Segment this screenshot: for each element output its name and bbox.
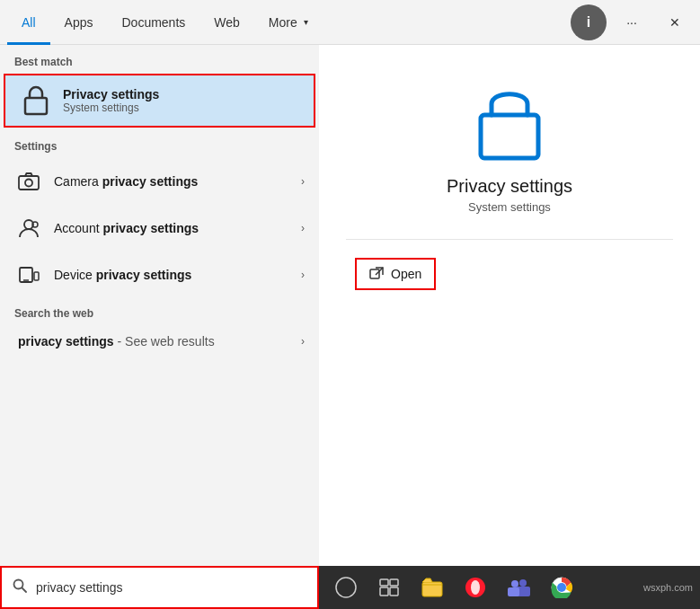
svg-rect-8 <box>481 115 538 158</box>
tab-web-label: Web <box>214 15 240 30</box>
tab-documents-label: Documents <box>121 15 185 30</box>
svg-point-19 <box>471 580 480 595</box>
settings-item-camera[interactable]: Camera privacy settings › <box>0 158 319 205</box>
right-panel: Privacy settings System settings Open <box>319 45 700 566</box>
search-icon <box>13 578 27 596</box>
svg-point-12 <box>336 578 356 597</box>
app-subtitle: System settings <box>468 200 551 214</box>
open-icon <box>369 267 384 281</box>
tab-apps-label: Apps <box>65 15 93 30</box>
watermark: wsxph.com <box>643 582 700 593</box>
tab-all-label: All <box>22 15 36 30</box>
settings-section: Settings Camera privacy settings › <box>0 131 319 298</box>
lock-icon <box>20 84 52 117</box>
chevron-right-icon-2: › <box>301 222 305 234</box>
open-label: Open <box>391 267 421 281</box>
top-nav: All Apps Documents Web More ▾ i ··· ✕ <box>0 0 700 45</box>
device-icon <box>14 260 43 289</box>
best-match-label: Best match <box>0 45 319 74</box>
camera-icon <box>14 167 43 196</box>
main-layout: Best match Privacy settings System setti… <box>0 45 700 566</box>
settings-item-device-text: Device privacy settings <box>54 268 301 282</box>
tab-documents[interactable]: Documents <box>107 0 199 45</box>
settings-item-camera-text: Camera privacy settings <box>54 174 301 189</box>
svg-rect-17 <box>422 582 442 596</box>
svg-rect-13 <box>380 579 388 586</box>
svg-point-2 <box>25 180 32 187</box>
svg-rect-23 <box>508 587 519 596</box>
chevron-right-icon: › <box>301 175 305 188</box>
tab-web[interactable]: Web <box>199 0 254 45</box>
best-match-subtitle: System settings <box>63 102 159 114</box>
file-explorer-button[interactable] <box>412 566 452 609</box>
taskbar-icons <box>319 566 589 609</box>
svg-rect-15 <box>380 587 388 596</box>
chevron-right-icon-web: › <box>301 335 305 348</box>
svg-point-20 <box>519 579 527 587</box>
nav-right-controls: i ··· ✕ <box>571 4 693 40</box>
teams-button[interactable] <box>499 566 538 609</box>
user-avatar[interactable]: i <box>571 4 607 40</box>
left-panel: Best match Privacy settings System setti… <box>0 45 319 566</box>
svg-line-11 <box>22 588 27 593</box>
best-match-title: Privacy settings <box>63 87 159 102</box>
more-options-button[interactable]: ··· <box>614 4 650 40</box>
divider <box>346 239 673 240</box>
settings-section-label: Settings <box>0 131 319 158</box>
svg-rect-1 <box>19 176 39 190</box>
svg-point-26 <box>558 584 565 591</box>
close-button[interactable]: ✕ <box>657 4 693 40</box>
tab-more[interactable]: More ▾ <box>254 0 323 45</box>
settings-item-device[interactable]: Device privacy settings › <box>0 252 319 298</box>
web-section: Search the web privacy settings - See we… <box>0 298 319 357</box>
app-icon-large <box>469 81 550 162</box>
svg-rect-0 <box>25 98 47 114</box>
tab-apps[interactable]: Apps <box>50 0 108 45</box>
svg-point-22 <box>511 580 518 587</box>
taskbar: privacy settings <box>0 566 700 609</box>
tab-all[interactable]: All <box>7 0 50 45</box>
web-search-item[interactable]: privacy settings - See web results › <box>0 325 319 357</box>
chevron-down-icon: ▾ <box>304 17 308 27</box>
settings-item-account-text: Account privacy settings <box>54 221 301 235</box>
svg-rect-6 <box>34 272 39 280</box>
app-title: Privacy settings <box>447 176 572 197</box>
account-icon <box>14 214 43 243</box>
settings-item-account[interactable]: Account privacy settings › <box>0 205 319 252</box>
start-button[interactable] <box>326 566 366 609</box>
web-section-label: Search the web <box>0 298 319 325</box>
best-match-text: Privacy settings System settings <box>63 87 159 114</box>
opera-button[interactable] <box>456 566 495 609</box>
task-view-button[interactable] <box>369 566 409 609</box>
web-search-term: privacy settings <box>18 334 114 349</box>
svg-rect-14 <box>390 579 398 586</box>
taskbar-search[interactable]: privacy settings <box>0 566 319 609</box>
chrome-button[interactable] <box>542 566 581 609</box>
best-match-item[interactable]: Privacy settings System settings <box>4 74 315 128</box>
search-input[interactable]: privacy settings <box>36 580 122 595</box>
open-button[interactable]: Open <box>355 258 436 290</box>
chevron-right-icon-3: › <box>301 269 305 281</box>
tab-more-label: More <box>269 15 297 30</box>
svg-rect-16 <box>390 587 398 596</box>
svg-rect-9 <box>370 269 379 278</box>
web-search-text: privacy settings - See web results <box>18 334 301 349</box>
web-search-suffix: - See web results <box>114 334 215 349</box>
